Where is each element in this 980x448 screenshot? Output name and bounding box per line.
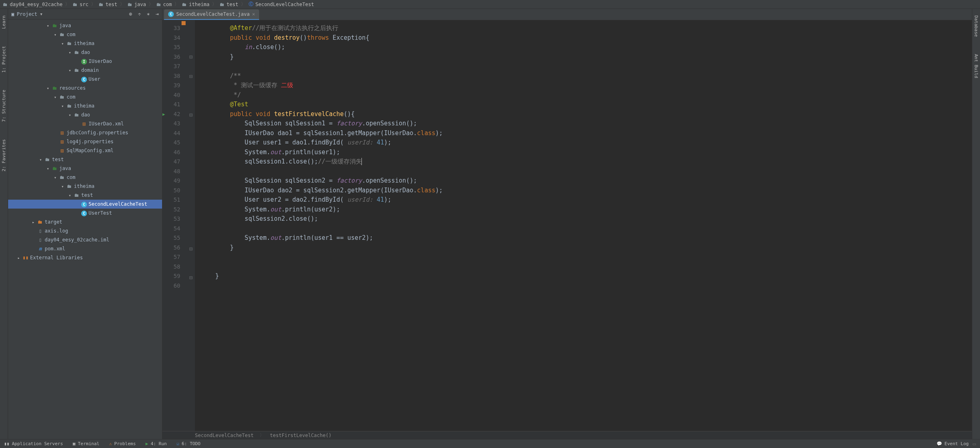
code-line[interactable]: */	[195, 90, 972, 100]
code-line[interactable]	[195, 167, 972, 177]
fold-icon[interactable]: ⊟	[189, 112, 193, 118]
code-line[interactable]	[195, 252, 972, 262]
breadcrumb-item[interactable]: 🖿src	[72, 2, 89, 7]
tree-item[interactable]: ▾🖿itheima	[8, 101, 162, 110]
bottom-tool-button[interactable]: ▣Terminal	[73, 441, 100, 446]
bottom-tool-button[interactable]: ▮▮Application Servers	[4, 441, 63, 446]
editor-breadcrumb-item[interactable]: SecondLevelCacheTest	[195, 433, 254, 438]
code-line[interactable]: System.out.println(user2);	[195, 205, 972, 215]
tree-chevron-icon[interactable]: ▾	[52, 32, 58, 37]
tree-item[interactable]: ▾🖿dao	[8, 48, 162, 57]
code-editor[interactable]: @After//用于在测试方法执行之后执行 public void destro…	[195, 20, 972, 431]
bottom-tool-button[interactable]: ☑6: TODO	[177, 441, 201, 446]
tool-window-tab[interactable]: 7: Structure	[0, 87, 7, 124]
code-line[interactable]: User user2 = dao2.findById( userId: 41);	[195, 195, 972, 205]
tree-chevron-icon[interactable]: ▾	[67, 193, 73, 198]
tree-chevron-icon[interactable]: ▾	[45, 24, 51, 28]
tree-item[interactable]: mpom.xml	[8, 244, 162, 253]
code-line[interactable]: }	[195, 52, 972, 62]
tree-chevron-icon[interactable]: ▾	[45, 86, 51, 90]
dropdown-chevron-icon[interactable]: ▾	[40, 11, 43, 17]
tree-item[interactable]: ▾🖿itheima	[8, 39, 162, 48]
locate-icon[interactable]: ⊕	[129, 11, 132, 17]
code-line[interactable]	[195, 281, 972, 291]
code-line[interactable]: User user1 = dao1.findById( userId: 41);	[195, 138, 972, 148]
code-line[interactable]: System.out.println(user1);	[195, 148, 972, 157]
tool-window-tab[interactable]: Ant Build	[973, 52, 980, 81]
tree-item[interactable]: ▾🖿com	[8, 30, 162, 39]
tree-chevron-icon[interactable]: ▸	[30, 220, 37, 224]
breadcrumb-item[interactable]: 🖿day04_eesy_02cache	[2, 2, 63, 7]
fold-icon[interactable]: ⊟	[189, 73, 193, 80]
tree-item[interactable]: ▾🖿resources	[8, 84, 162, 93]
tree-item[interactable]: CUserTest	[8, 209, 162, 218]
code-line[interactable]	[195, 62, 972, 71]
tree-item[interactable]: ▾🖿com	[8, 173, 162, 182]
breadcrumb-item[interactable]: 🖿com	[156, 2, 172, 7]
code-line[interactable]: SqlSession sqlSession1 = factory.openSes…	[195, 119, 972, 129]
close-icon[interactable]: ×	[252, 11, 255, 17]
collapse-icon[interactable]: ÷	[138, 11, 141, 17]
tree-item[interactable]: ▾🖿itheima	[8, 182, 162, 191]
code-line[interactable]: sqlSession2.close();	[195, 214, 972, 224]
code-line[interactable]: sqlSession1.close();//一级缓存消失	[195, 157, 972, 167]
code-line[interactable]	[195, 262, 972, 272]
code-line[interactable]: @After//用于在测试方法执行之后执行	[195, 24, 972, 33]
event-log-button[interactable]: 💬 Event Log	[937, 441, 969, 446]
code-line[interactable]: IUserDao dao1 = sqlSession1.getMapper(IU…	[195, 129, 972, 138]
code-line[interactable]	[195, 224, 972, 234]
code-line[interactable]: public void testFirstLevelCache(){	[195, 110, 972, 119]
bottom-tool-button[interactable]: ▶4: Run	[145, 441, 167, 446]
project-tree[interactable]: ▾🖿java▾🖿com▾🖿itheima▾🖿daoIIUserDao▾🖿doma…	[8, 19, 162, 439]
tree-item[interactable]: ▸🖿target	[8, 218, 162, 226]
tree-item[interactable]: ▾🖿java	[8, 164, 162, 173]
breadcrumb-item[interactable]: 🖿java	[127, 2, 146, 7]
tree-item[interactable]: ▤IUserDao.xml	[8, 119, 162, 128]
tree-chevron-icon[interactable]: ▾	[59, 104, 66, 108]
tree-item[interactable]: CUser	[8, 75, 162, 84]
tree-chevron-icon[interactable]: ▾	[67, 113, 73, 117]
tree-chevron-icon[interactable]: ▾	[67, 50, 73, 55]
code-line[interactable]: SqlSession sqlSession2 = factory.openSes…	[195, 176, 972, 186]
code-line[interactable]: * 测试一级缓存 二级	[195, 81, 972, 90]
warning-marker-icon[interactable]	[182, 21, 186, 25]
code-line[interactable]: }	[195, 271, 972, 281]
tree-item[interactable]: ▯axis.log	[8, 226, 162, 235]
code-line[interactable]: }	[195, 243, 972, 253]
tree-item[interactable]: CSecondLevelCacheTest	[8, 200, 162, 209]
tool-window-tab[interactable]: Database	[973, 13, 980, 39]
hide-icon[interactable]: ⇥	[156, 11, 159, 17]
fold-icon[interactable]: ⊟	[189, 54, 193, 60]
tree-chevron-icon[interactable]: ▾	[59, 41, 66, 46]
tool-window-tab[interactable]: Learn	[0, 13, 7, 31]
breadcrumb-item[interactable]: 🖿test	[98, 2, 117, 7]
code-line[interactable]: System.out.println(user1 == user2);	[195, 233, 972, 243]
tree-item[interactable]: ▾🖿test	[8, 191, 162, 200]
tree-chevron-icon[interactable]: ▾	[52, 95, 58, 99]
bottom-tool-button[interactable]: ⚠Problems	[109, 441, 136, 446]
breadcrumb-item[interactable]: ⒸSecondLevelCacheTest	[248, 2, 314, 7]
tree-item[interactable]: ▾🖿com	[8, 93, 162, 101]
tree-item[interactable]: ▤SqlMapConfig.xml	[8, 146, 162, 155]
tree-chevron-icon[interactable]: ▾	[52, 175, 58, 180]
tree-chevron-icon[interactable]: ▾	[67, 68, 73, 73]
code-line[interactable]: in.close();	[195, 43, 972, 52]
editor-tab[interactable]: C SecondLevelCacheTest.java ×	[164, 9, 259, 20]
code-line[interactable]: /**	[195, 71, 972, 81]
breadcrumb-item[interactable]: 🖿test	[219, 2, 238, 7]
tree-chevron-icon[interactable]: ▾	[45, 166, 51, 171]
tree-item[interactable]: ▾🖿test	[8, 155, 162, 164]
tree-item[interactable]: ▾🖿dao	[8, 110, 162, 119]
tree-chevron-icon[interactable]: ▾	[37, 157, 44, 162]
editor-breadcrumb-item[interactable]: testFirstLevelCache()	[270, 433, 332, 438]
tree-item[interactable]: IIUserDao	[8, 57, 162, 66]
tree-item[interactable]: ▤log4j.properties	[8, 137, 162, 146]
code-line[interactable]: public void destroy()throws Exception{	[195, 33, 972, 43]
tree-item[interactable]: ▾🖿java	[8, 21, 162, 30]
tree-chevron-icon[interactable]: ▾	[59, 184, 66, 189]
gear-icon[interactable]: ✶	[147, 11, 150, 17]
tool-window-tab[interactable]: 2: Favorites	[0, 137, 7, 174]
code-line[interactable]: IUserDao dao2 = sqlSession2.getMapper(IU…	[195, 186, 972, 196]
tool-window-tab[interactable]: 1: Project	[0, 43, 7, 75]
breadcrumb-item[interactable]: 🖿itheima	[182, 2, 210, 7]
